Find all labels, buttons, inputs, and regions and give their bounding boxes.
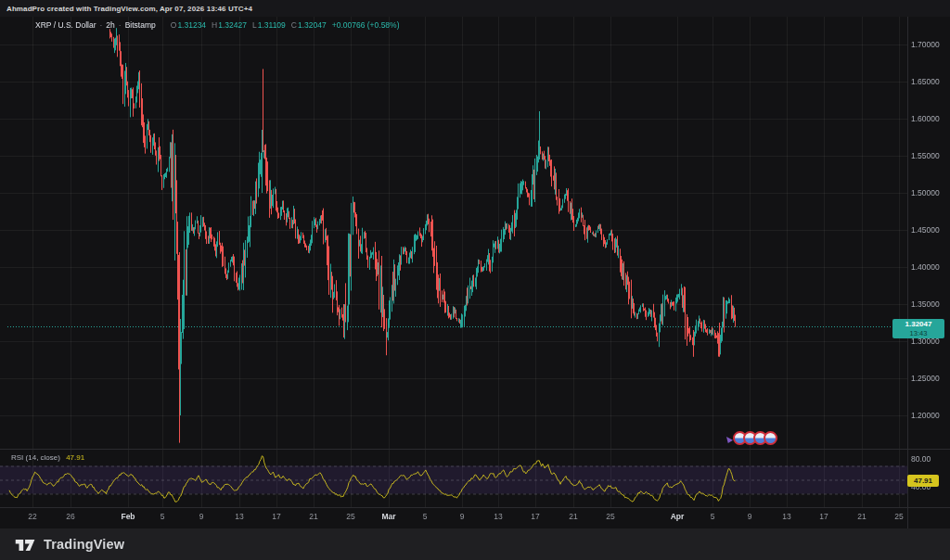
time-tick-label: 5 xyxy=(160,512,165,521)
time-tick-label: 25 xyxy=(346,512,354,521)
rsi-value: 47.91 xyxy=(66,453,84,462)
price-tick-label: 1.20000 xyxy=(911,411,940,420)
attribution-bar: AhmadPro created with TradingView.com, A… xyxy=(0,0,950,17)
rsi-legend: RSI (14, close) 47.91 xyxy=(11,453,84,462)
price-tick-label: 1.50000 xyxy=(911,188,940,197)
interval-label: 2h xyxy=(106,20,114,30)
price-tick-label: 1.70000 xyxy=(911,40,940,49)
time-tick-label: 9 xyxy=(199,512,204,521)
open-label: O xyxy=(171,20,177,30)
footer-bar: TradingView xyxy=(0,528,950,560)
tradingview-wordmark[interactable]: TradingView xyxy=(44,537,124,552)
emoji-sticker-4[interactable] xyxy=(764,431,777,445)
rsi-value-badge: 47.91 xyxy=(907,475,939,487)
price-tick-label: 1.65000 xyxy=(911,77,940,86)
time-tick-label: 22 xyxy=(28,512,36,521)
rsi-tick-label: 80.00 xyxy=(911,454,931,464)
high-label: H xyxy=(212,20,217,30)
time-tick-label: 25 xyxy=(894,512,903,521)
low-label: L xyxy=(252,20,257,30)
price-tick-label: 1.55000 xyxy=(911,151,940,160)
time-tick-label: 17 xyxy=(819,512,828,521)
time-tick-label: 21 xyxy=(309,512,317,521)
candlestick-chart-canvas[interactable] xyxy=(0,0,950,560)
time-tick-label: 9 xyxy=(748,512,752,521)
time-tick-label: 13 xyxy=(235,512,243,521)
time-tick-label: 21 xyxy=(857,512,866,521)
price-tick-label: 1.60000 xyxy=(911,114,940,123)
symbol-title: XRP / U.S. Dollar xyxy=(35,20,96,30)
open-value: 1.31234 xyxy=(177,20,206,30)
time-tick-label: 5 xyxy=(423,512,428,521)
close-value: 1.32047 xyxy=(298,20,327,30)
ohlc-values: O1.31234 H1.32427 L1.31109 C1.32047 +0.0… xyxy=(165,20,400,30)
last-price-value: 1.32047 xyxy=(905,320,932,329)
last-price-badge: 1.32047 13:43 xyxy=(892,319,944,338)
time-tick-label: 17 xyxy=(272,512,280,521)
price-tick-label: 1.35000 xyxy=(911,299,940,309)
rsi-title: RSI xyxy=(11,453,23,462)
close-label: C xyxy=(291,20,297,30)
time-tick-label: 13 xyxy=(494,512,502,521)
rsi-params: (14, close) xyxy=(26,453,60,462)
attribution-text: AhmadPro created with TradingView.com, A… xyxy=(6,5,252,13)
tradingview-logo-icon[interactable] xyxy=(15,538,37,552)
time-tick-label: Apr xyxy=(671,512,685,521)
time-tick-label: 25 xyxy=(606,512,614,521)
tradingview-chart-image: AhmadPro created with TradingView.com, A… xyxy=(0,0,950,560)
legend-separator: · xyxy=(100,20,103,30)
time-tick-label: 26 xyxy=(66,512,74,521)
price-tick-label: 1.25000 xyxy=(911,374,940,383)
legend-separator: · xyxy=(119,20,122,30)
low-value: 1.31109 xyxy=(258,20,286,30)
time-tick-label: 17 xyxy=(531,512,539,521)
price-tick-label: 1.45000 xyxy=(911,225,940,235)
symbol-legend: XRP / U.S. Dollar · 2h · Bitstamp O1.312… xyxy=(35,20,399,30)
time-tick-label: 9 xyxy=(460,512,465,521)
time-tick-label: Mar xyxy=(381,512,395,521)
time-tick-label: 21 xyxy=(569,512,577,521)
exchange-label: Bitstamp xyxy=(125,20,156,30)
bar-countdown: 13:43 xyxy=(910,329,928,337)
high-value: 1.32427 xyxy=(218,20,247,30)
time-tick-label: 5 xyxy=(711,512,715,521)
time-tick-label: Feb xyxy=(121,512,135,521)
change-value: +0.00766 (+0.58%) xyxy=(332,20,400,30)
price-tick-label: 1.40000 xyxy=(911,262,940,272)
time-tick-label: 13 xyxy=(782,512,790,521)
